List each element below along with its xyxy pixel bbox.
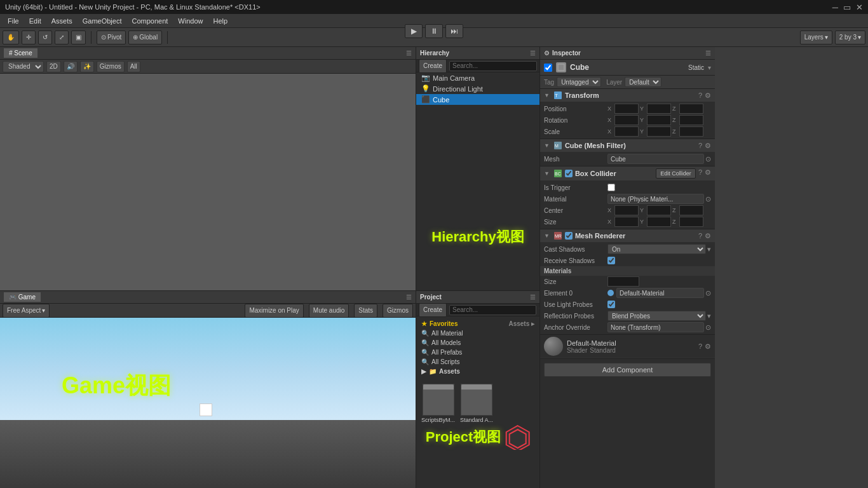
global-button[interactable]: ⊕ Global <box>128 30 162 44</box>
anchor-select-icon[interactable]: ⊙ <box>705 323 711 332</box>
use-light-probes-checkbox[interactable] <box>607 301 615 308</box>
scene-tab[interactable]: # Scene <box>4 48 37 58</box>
settings-icon[interactable]: ⚙ <box>705 142 711 150</box>
fx-button[interactable]: ✨ <box>80 61 94 72</box>
aspect-dropdown[interactable]: Free Aspect ▾ <box>3 304 50 318</box>
settings-icon[interactable]: ⚙ <box>705 342 711 351</box>
menu-file[interactable]: File <box>3 16 24 26</box>
is-trigger-checkbox[interactable] <box>607 184 615 191</box>
fav-all-material[interactable]: 🔍 All Material <box>419 329 537 338</box>
maximize-on-play-button[interactable]: Maximize on Play <box>245 304 303 318</box>
pause-button[interactable]: ⏸ <box>425 24 443 38</box>
project-folder-2[interactable]: Standard A... <box>460 384 493 423</box>
scale-z-input[interactable]: 1 <box>679 126 703 137</box>
rect-tool-button[interactable]: ▣ <box>71 30 86 44</box>
scene-search-button[interactable]: All <box>127 61 140 72</box>
shading-dropdown[interactable]: Shaded <box>3 61 44 72</box>
rotate-tool-button[interactable]: ↺ <box>38 30 52 44</box>
project-folder-1[interactable]: ScriptsByM... <box>421 384 455 423</box>
position-z-input[interactable]: 0 <box>679 104 703 114</box>
project-menu-icon[interactable]: ☰ <box>530 294 536 301</box>
transform-header[interactable]: ▼ T Transform ? ⚙ <box>540 89 715 102</box>
inspector-menu-icon[interactable]: ☰ <box>705 50 711 57</box>
settings-icon[interactable]: ⚙ <box>705 232 711 240</box>
hierarchy-item-directional-light[interactable]: 💡 Directional Light <box>416 83 539 94</box>
center-z-input[interactable]: 0 <box>679 205 703 215</box>
sound-icon-button[interactable]: 🔊 <box>64 61 78 72</box>
hierarchy-create-button[interactable]: Create <box>419 59 447 73</box>
scene-menu-icon[interactable]: ☰ <box>406 50 412 57</box>
settings-icon[interactable]: ⚙ <box>705 92 711 100</box>
size-z-input[interactable]: 1 <box>679 217 703 227</box>
help-icon[interactable]: ? <box>698 92 702 100</box>
window-controls[interactable]: ─ ▭ ✕ <box>832 3 863 12</box>
center-y-input[interactable]: 0 <box>647 205 671 215</box>
settings-icon[interactable]: ⚙ <box>705 168 711 179</box>
tag-dropdown[interactable]: Untagged <box>557 77 601 87</box>
fav-all-models[interactable]: 🔍 All Models <box>419 338 537 348</box>
help-icon[interactable]: ? <box>698 142 702 150</box>
receive-shadows-checkbox[interactable] <box>607 257 615 264</box>
add-component-button[interactable]: Add Component <box>544 363 711 377</box>
stats-button[interactable]: Stats <box>354 304 377 318</box>
menu-component[interactable]: Component <box>126 16 173 26</box>
gizmos-button[interactable]: Gizmos <box>97 61 125 72</box>
menu-help[interactable]: Help <box>208 16 233 26</box>
hierarchy-item-main-camera[interactable]: 📷 Main Camera <box>416 72 539 83</box>
menu-gameobject[interactable]: GameObject <box>78 16 127 26</box>
hierarchy-item-cube[interactable]: ⬛ Cube <box>416 94 539 105</box>
rotation-z-input[interactable]: 0 <box>679 115 703 125</box>
close-button[interactable]: ✕ <box>856 3 863 12</box>
element-select-icon[interactable]: ⊙ <box>705 289 711 297</box>
edit-collider-button[interactable]: Edit Collider <box>656 168 696 179</box>
game-view[interactable]: 🎮 Game ☰ Free Aspect ▾ Maximize on Play … <box>0 291 416 488</box>
game-tab[interactable]: 🎮 Game <box>4 292 41 302</box>
scale-y-input[interactable]: 1 <box>647 126 671 137</box>
hand-tool-button[interactable]: ✋ <box>3 30 19 44</box>
menu-edit[interactable]: Edit <box>24 16 46 26</box>
mesh-renderer-header[interactable]: ▼ MR Mesh Renderer ? ⚙ <box>540 229 715 242</box>
help-icon[interactable]: ? <box>698 342 702 351</box>
layers-dropdown[interactable]: Layers ▾ <box>800 30 832 44</box>
layout-dropdown[interactable]: 2 by 3 ▾ <box>835 30 865 44</box>
scale-x-input[interactable]: 1 <box>614 126 639 137</box>
step-button[interactable]: ⏭ <box>445 24 463 38</box>
game-gizmos-button[interactable]: Gizmos <box>383 304 413 318</box>
2d-button[interactable]: 2D <box>46 61 61 72</box>
scale-tool-button[interactable]: ⤢ <box>55 30 69 44</box>
cast-shadows-dropdown[interactable]: On <box>607 244 706 254</box>
mesh-renderer-enabled-checkbox[interactable] <box>565 232 573 240</box>
hierarchy-menu-icon[interactable]: ☰ <box>530 50 536 57</box>
game-menu-icon[interactable]: ☰ <box>406 294 412 301</box>
object-name[interactable]: Cube <box>570 63 684 72</box>
menu-window[interactable]: Window <box>173 16 208 26</box>
position-x-input[interactable]: 0 <box>614 104 639 114</box>
mute-audio-button[interactable]: Mute audio <box>309 304 349 318</box>
chevron-down-icon[interactable]: ▾ <box>708 64 711 71</box>
help-icon[interactable]: ? <box>698 232 702 240</box>
center-x-input[interactable]: 0 <box>614 205 639 215</box>
mesh-filter-header[interactable]: ▼ M Cube (Mesh Filter) ? ⚙ <box>540 139 715 152</box>
help-icon[interactable]: ? <box>698 168 702 179</box>
material-select-icon[interactable]: ⊙ <box>705 195 711 203</box>
materials-size-input[interactable]: 1 <box>607 276 639 287</box>
size-x-input[interactable]: 1 <box>614 217 639 227</box>
fav-all-scripts[interactable]: 🔍 All Scripts <box>419 357 537 367</box>
move-tool-button[interactable]: ✛ <box>22 30 36 44</box>
maximize-button[interactable]: ▭ <box>843 3 851 12</box>
menu-assets[interactable]: Assets <box>46 16 78 26</box>
scene-view[interactable]: # Scene ☰ Shaded 2D 🔊 ✨ Gizmos All <box>0 47 416 291</box>
box-collider-header[interactable]: ▼ BC Box Collider Edit Collider ? ⚙ <box>540 166 715 180</box>
assets-folder-root[interactable]: ▶ 📁 Assets <box>419 367 537 376</box>
object-active-checkbox[interactable] <box>544 64 552 72</box>
minimize-button[interactable]: ─ <box>832 3 838 12</box>
project-create-button[interactable]: Create <box>419 303 447 317</box>
play-button[interactable]: ▶ <box>405 24 423 38</box>
position-y-input[interactable]: 0 <box>647 104 671 114</box>
hierarchy-search-input[interactable] <box>449 61 537 71</box>
box-collider-enabled-checkbox[interactable] <box>565 170 573 177</box>
size-y-input[interactable]: 1 <box>647 217 671 227</box>
reflection-probes-dropdown[interactable]: Blend Probes <box>607 311 706 321</box>
rotation-x-input[interactable]: 0 <box>614 115 639 125</box>
rotation-y-input[interactable]: 0 <box>647 115 671 125</box>
